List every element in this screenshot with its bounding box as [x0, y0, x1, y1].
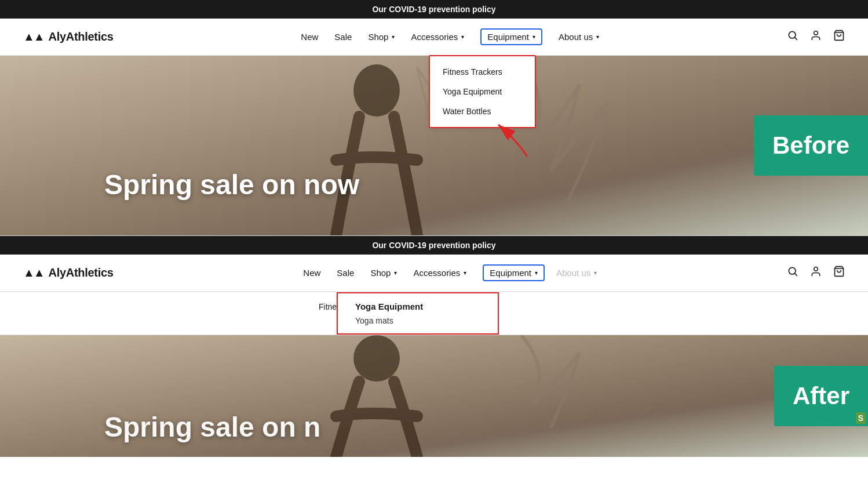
bottom-dropdown-fill [499, 292, 868, 335]
cart-icon[interactable] [833, 30, 845, 44]
bottom-nav-accessories[interactable]: Accessories ▾ [413, 268, 466, 278]
top-hero-text: Spring sale on now [104, 169, 359, 201]
bottom-logo-text: AlyAthletics [49, 266, 114, 279]
bottom-announcement-bar: Our COVID-19 prevention policy [0, 236, 868, 255]
bottom-header-icons [787, 266, 845, 280]
svg-point-0 [789, 31, 796, 38]
bottom-about-chevron: ▾ [594, 270, 597, 276]
bottom-hero-bg: Spring sale on n [0, 335, 868, 457]
bottom-nav: New Sale Shop ▾ Accessories ▾ Equipment … [303, 264, 597, 281]
top-header: ▲▲ AlyAthletics New Sale Shop ▾ Accessor… [0, 19, 868, 56]
bottom-hero: Spring sale on n After S [0, 335, 868, 457]
bottom-nav-equipment[interactable]: Equipment ▾ [483, 264, 545, 281]
top-red-arrow [481, 116, 550, 162]
bottom-mega-dropdown-container: Fitness Yoga Equipment Yoga mats [0, 292, 868, 335]
bottom-cart-icon[interactable] [833, 266, 845, 280]
bottom-logo-icon: ▲▲ [23, 266, 44, 279]
bottom-nav-sale[interactable]: Sale [337, 268, 354, 278]
bottom-accessories-chevron: ▾ [464, 270, 466, 276]
accessories-chevron: ▾ [461, 34, 464, 40]
svg-point-7 [789, 267, 796, 274]
shop-chevron: ▾ [392, 34, 395, 40]
bottom-equipment-dropdown-content: Yoga Equipment Yoga mats [337, 292, 499, 335]
announcement-text: Our COVID-19 prevention policy [372, 5, 495, 14]
nav-item-accessories[interactable]: Accessories ▾ [411, 32, 464, 42]
bottom-shop-chevron: ▾ [394, 270, 397, 276]
bottom-yoga-mats-item[interactable]: Yoga mats [355, 316, 480, 325]
bottom-dropdown-left: Fitness [0, 292, 337, 335]
nav-item-equipment[interactable]: Equipment ▾ [480, 28, 542, 45]
bottom-dropdown-area: Fitness Yoga Equipment Yoga mats [0, 292, 868, 335]
bottom-section: Our COVID-19 prevention policy ▲▲ AlyAth… [0, 235, 868, 457]
nav-item-about[interactable]: About us ▾ [559, 32, 599, 42]
page-container: Our COVID-19 prevention policy ▲▲ AlyAth… [0, 0, 868, 457]
shopify-icon: S [856, 412, 866, 424]
top-header-icons [787, 30, 845, 44]
bottom-nav-new[interactable]: New [303, 268, 320, 278]
nav-item-sale[interactable]: Sale [334, 32, 352, 42]
after-badge: After S [774, 366, 868, 426]
logo-icon: ▲▲ [23, 30, 44, 43]
nav-item-new[interactable]: New [301, 32, 318, 42]
top-section: Our COVID-19 prevention policy ▲▲ AlyAth… [0, 0, 868, 235]
search-icon[interactable] [787, 30, 798, 44]
bottom-yoga-equipment-header: Yoga Equipment [355, 302, 480, 311]
bottom-nav-about[interactable]: About us ▾ [556, 268, 597, 278]
logo-text: AlyAthletics [49, 30, 114, 43]
top-logo[interactable]: ▲▲ AlyAthletics [23, 30, 114, 43]
svg-line-1 [795, 38, 797, 40]
bottom-announcement-text: Our COVID-19 prevention policy [372, 241, 495, 250]
dropdown-item-fitness-trackers[interactable]: Fitness Trackers [430, 62, 535, 82]
bottom-logo[interactable]: ▲▲ AlyAthletics [23, 266, 114, 279]
bottom-nav-shop[interactable]: Shop ▾ [370, 268, 397, 278]
equipment-chevron: ▾ [533, 34, 535, 40]
svg-point-9 [814, 267, 818, 271]
svg-point-12 [353, 335, 400, 382]
dropdown-item-yoga-equipment[interactable]: Yoga Equipment [430, 82, 535, 101]
bottom-search-icon[interactable] [787, 266, 798, 280]
svg-text:Spring sale on n: Spring sale on n [104, 412, 320, 442]
top-nav: New Sale Shop ▾ Accessories ▾ Equipment … [301, 28, 599, 45]
nav-item-shop[interactable]: Shop ▾ [368, 32, 395, 42]
user-icon[interactable] [810, 30, 822, 44]
announcement-bar: Our COVID-19 prevention policy [0, 0, 868, 19]
bottom-header: ▲▲ AlyAthletics New Sale Shop ▾ Accessor… [0, 255, 868, 292]
svg-point-5 [353, 64, 400, 117]
about-chevron: ▾ [596, 34, 599, 40]
svg-point-2 [814, 31, 818, 35]
before-badge: Before [754, 115, 868, 176]
svg-line-8 [795, 274, 797, 276]
bottom-user-icon[interactable] [810, 266, 822, 280]
bottom-equipment-chevron: ▾ [535, 270, 538, 276]
